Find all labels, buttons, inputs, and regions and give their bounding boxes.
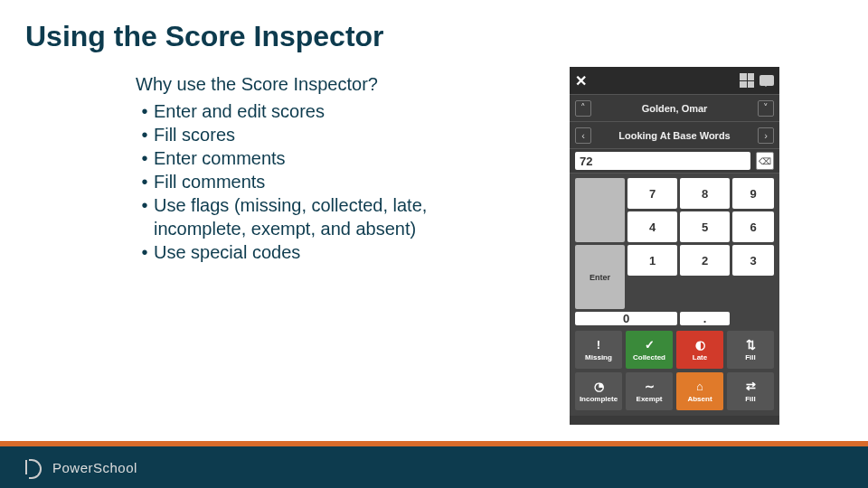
slide: Using the Score Inspector Why use the Sc…	[0, 0, 868, 488]
list-item: •Fill comments	[136, 170, 488, 193]
fill-vertical-icon: ⇅	[743, 339, 758, 352]
incomplete-icon: ◔	[591, 380, 606, 393]
list-item: •Use special codes	[136, 240, 488, 264]
close-icon[interactable]: ✕	[575, 72, 587, 89]
key-9[interactable]: 9	[732, 178, 774, 209]
assignment-name: Looking At Base Words	[591, 130, 758, 141]
clear-score-button[interactable]: ⌫	[756, 152, 774, 170]
brand-logo: PowerSchool	[25, 457, 137, 477]
score-row: 72 ⌫	[570, 148, 779, 174]
key-6[interactable]: 6	[732, 211, 774, 242]
key-7[interactable]: 7	[627, 178, 677, 209]
inspector-header: ✕	[570, 67, 779, 94]
brand-name: PowerSchool	[52, 460, 137, 475]
chevron-left-icon[interactable]: ‹	[575, 127, 591, 144]
exempt-icon: ∼	[642, 380, 656, 393]
key-8[interactable]: 8	[680, 178, 730, 209]
key-4[interactable]: 4	[627, 211, 677, 242]
bullet-list: •Enter and edit scores •Fill scores •Ent…	[136, 99, 488, 264]
list-item: •Enter comments	[136, 146, 488, 170]
grid-view-icon[interactable]	[740, 73, 754, 88]
chevron-up-icon[interactable]: ˄	[575, 100, 591, 117]
slide-title: Using the Score Inspector	[25, 20, 384, 53]
key-3[interactable]: 3	[732, 245, 774, 276]
key-0[interactable]: 0	[575, 312, 677, 325]
key-5[interactable]: 5	[680, 211, 730, 242]
key-1[interactable]: 1	[627, 245, 677, 276]
lead-question: Why use the Score Inspector?	[136, 72, 488, 96]
list-item: •Use flags (missing, collected, late, in…	[136, 193, 488, 240]
list-item: •Fill scores	[136, 123, 488, 146]
chevron-down-icon[interactable]: ˅	[758, 100, 774, 117]
body-text: Why use the Score Inspector? •Enter and …	[136, 72, 488, 264]
flag-missing[interactable]: !Missing	[575, 331, 622, 369]
exclamation-icon: !	[591, 339, 606, 352]
flag-collected[interactable]: ✓Collected	[626, 331, 673, 369]
flag-incomplete[interactable]: ◔Incomplete	[575, 372, 622, 410]
flag-late[interactable]: ◐Late	[676, 331, 723, 369]
check-icon: ✓	[642, 339, 656, 352]
flag-absent[interactable]: ⌂Absent	[676, 372, 723, 410]
flag-exempt[interactable]: ∼Exempt	[626, 372, 673, 410]
assignment-row: ‹ Looking At Base Words ›	[570, 121, 779, 148]
clock-icon: ◐	[693, 339, 707, 352]
fill-horizontal-icon: ⇄	[743, 380, 758, 393]
logo-icon	[25, 457, 45, 477]
flag-fill-vertical[interactable]: ⇅Fill	[727, 331, 774, 369]
key-dot[interactable]: .	[680, 312, 730, 325]
student-name: Golden, Omar	[591, 103, 758, 114]
key-blank[interactable]	[575, 178, 625, 242]
keypad: 7 8 9 4 5 6 1 2 3 Enter 0 .	[570, 174, 779, 328]
list-item: •Enter and edit scores	[136, 99, 488, 123]
chair-icon: ⌂	[693, 380, 707, 393]
flag-fill-horizontal[interactable]: ⇄Fill	[727, 372, 774, 410]
key-2[interactable]: 2	[680, 245, 730, 276]
flag-grid: !Missing ✓Collected ◐Late ⇅Fill ◔Incompl…	[570, 328, 779, 416]
chevron-right-icon[interactable]: ›	[758, 127, 774, 144]
student-row: ˄ Golden, Omar ˅	[570, 94, 779, 121]
score-inspector-panel: ✕ ˄ Golden, Omar ˅ ‹ Looking At Base Wor…	[570, 67, 779, 425]
key-enter[interactable]: Enter	[575, 245, 625, 309]
comment-icon[interactable]	[760, 75, 774, 86]
score-input[interactable]: 72	[575, 152, 750, 170]
footer-bar: PowerSchool	[0, 446, 868, 488]
